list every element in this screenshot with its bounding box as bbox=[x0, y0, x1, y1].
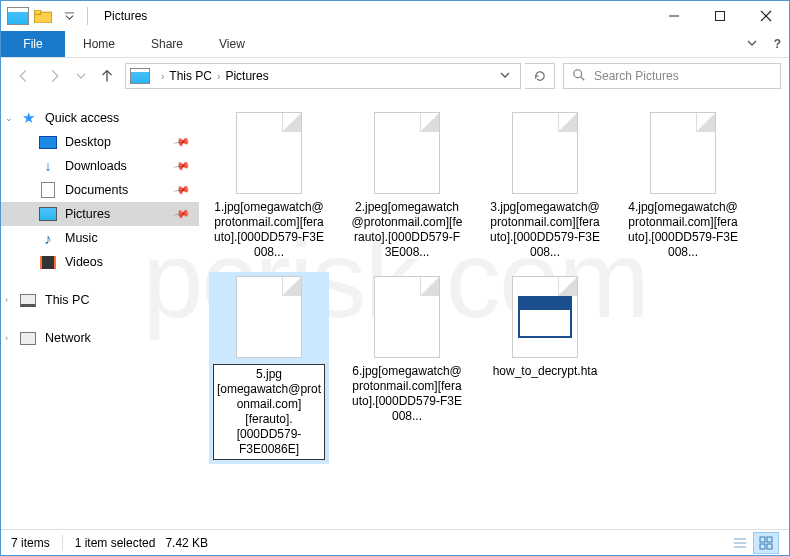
file-label: 5.jpg [omegawatch@protonmail.com] [ferau… bbox=[213, 364, 325, 460]
chevron-right-icon[interactable]: › bbox=[5, 333, 8, 343]
chevron-down-icon[interactable]: ⌄ bbox=[5, 113, 13, 123]
file-item[interactable]: 6.jpg[omegawatch@protonmail.com][ferauto… bbox=[347, 272, 467, 464]
file-item[interactable]: 2.jpeg[omegawatch@protonmail.com][feraut… bbox=[347, 108, 467, 264]
videos-icon bbox=[40, 256, 56, 269]
ribbon-expand-icon[interactable] bbox=[746, 37, 758, 52]
search-icon bbox=[572, 68, 586, 85]
file-icon bbox=[374, 276, 440, 358]
status-selected-count: 1 item selected bbox=[75, 536, 156, 550]
pin-icon: 📌 bbox=[173, 157, 192, 176]
sidebar-item-downloads[interactable]: Downloads 📌 bbox=[1, 154, 199, 178]
desktop-icon bbox=[39, 136, 57, 149]
hta-icon bbox=[512, 276, 578, 358]
star-icon: ★ bbox=[19, 110, 37, 126]
file-tab[interactable]: File bbox=[1, 31, 65, 57]
status-selected-size: 7.42 KB bbox=[165, 536, 208, 550]
details-view-button[interactable] bbox=[727, 532, 753, 554]
file-icon bbox=[512, 112, 578, 194]
downloads-icon bbox=[39, 158, 57, 174]
network-icon bbox=[20, 332, 36, 345]
breadcrumb-current[interactable]: Pictures bbox=[225, 69, 268, 83]
status-separator bbox=[62, 535, 63, 551]
file-label: 4.jpg[omegawatch@protonmail.com][ferauto… bbox=[627, 200, 739, 260]
sidebar-network[interactable]: › Network bbox=[1, 326, 199, 350]
help-icon[interactable]: ? bbox=[774, 37, 781, 51]
titlebar-separator bbox=[87, 7, 88, 25]
file-icon bbox=[650, 112, 716, 194]
qat-dropdown-btn[interactable] bbox=[57, 4, 81, 28]
sidebar-item-desktop[interactable]: Desktop 📌 bbox=[1, 130, 199, 154]
crumb-sep-icon: › bbox=[161, 71, 164, 82]
chevron-right-icon[interactable]: › bbox=[5, 295, 8, 305]
pin-icon: 📌 bbox=[173, 133, 192, 152]
file-item-selected[interactable]: 5.jpg [omegawatch@protonmail.com] [ferau… bbox=[209, 272, 329, 464]
sidebar-item-label: Music bbox=[65, 231, 98, 245]
file-item[interactable]: how_to_decrypt.hta bbox=[485, 272, 605, 464]
breadcrumb-root[interactable]: This PC bbox=[169, 69, 212, 83]
file-icon bbox=[374, 112, 440, 194]
svg-rect-4 bbox=[716, 12, 725, 21]
up-button[interactable] bbox=[93, 62, 121, 90]
address-bar[interactable]: › This PC › Pictures bbox=[125, 63, 521, 89]
pictures-icon bbox=[39, 207, 57, 221]
tab-view[interactable]: View bbox=[201, 31, 263, 57]
app-icon bbox=[7, 7, 29, 25]
tab-share[interactable]: Share bbox=[133, 31, 201, 57]
crumb-sep-icon: › bbox=[217, 71, 220, 82]
file-label: 6.jpg[omegawatch@protonmail.com][ferauto… bbox=[351, 364, 463, 424]
file-item[interactable]: 3.jpg[omegawatch@protonmail.com][ferauto… bbox=[485, 108, 605, 264]
recent-locations-button[interactable] bbox=[73, 62, 89, 90]
sidebar-item-label: Pictures bbox=[65, 207, 110, 221]
sidebar-item-documents[interactable]: Documents 📌 bbox=[1, 178, 199, 202]
address-dropdown-icon[interactable] bbox=[494, 69, 516, 83]
svg-rect-13 bbox=[767, 537, 772, 542]
sidebar-item-videos[interactable]: Videos bbox=[1, 250, 199, 274]
minimize-button[interactable] bbox=[651, 1, 697, 31]
pin-icon: 📌 bbox=[173, 181, 192, 200]
sidebar-item-label: Videos bbox=[65, 255, 103, 269]
address-bar-row: › This PC › Pictures Search Pictures bbox=[1, 58, 789, 94]
title-bar: Pictures bbox=[1, 1, 789, 31]
file-icon bbox=[236, 276, 302, 358]
search-input[interactable]: Search Pictures bbox=[563, 63, 781, 89]
documents-icon bbox=[41, 182, 55, 198]
ribbon-tabs: File Home Share View ? bbox=[1, 31, 789, 57]
sidebar-label: Quick access bbox=[45, 111, 119, 125]
forward-button[interactable] bbox=[41, 62, 69, 90]
status-item-count: 7 items bbox=[11, 536, 50, 550]
svg-rect-14 bbox=[760, 544, 765, 549]
large-icons-view-button[interactable] bbox=[753, 532, 779, 554]
svg-rect-1 bbox=[34, 10, 41, 14]
maximize-button[interactable] bbox=[697, 1, 743, 31]
search-placeholder: Search Pictures bbox=[594, 69, 679, 83]
file-item[interactable]: 4.jpg[omegawatch@protonmail.com][ferauto… bbox=[623, 108, 743, 264]
navigation-pane: ⌄ ★ Quick access Desktop 📌 Downloads 📌 D… bbox=[1, 94, 199, 530]
sidebar-item-label: Downloads bbox=[65, 159, 127, 173]
qat-folder-btn[interactable] bbox=[31, 4, 55, 28]
sidebar-item-pictures[interactable]: Pictures 📌 bbox=[1, 202, 199, 226]
file-label: 3.jpg[omegawatch@protonmail.com][ferauto… bbox=[489, 200, 601, 260]
svg-point-7 bbox=[574, 69, 582, 77]
window-title: Pictures bbox=[104, 9, 147, 23]
tab-home[interactable]: Home bbox=[65, 31, 133, 57]
status-bar: 7 items 1 item selected 7.42 KB bbox=[1, 529, 789, 555]
file-label: 1.jpg[omegawatch@protonmail.com][ferauto… bbox=[213, 200, 325, 260]
sidebar-item-music[interactable]: Music bbox=[1, 226, 199, 250]
sidebar-item-label: Documents bbox=[65, 183, 128, 197]
sidebar-label: Network bbox=[45, 331, 91, 345]
file-list[interactable]: 1.jpg[omegawatch@protonmail.com][ferauto… bbox=[199, 94, 789, 530]
svg-rect-12 bbox=[760, 537, 765, 542]
file-label: how_to_decrypt.hta bbox=[493, 364, 598, 379]
file-icon bbox=[236, 112, 302, 194]
svg-rect-15 bbox=[767, 544, 772, 549]
location-icon bbox=[130, 68, 150, 84]
refresh-button[interactable] bbox=[525, 63, 555, 89]
sidebar-label: This PC bbox=[45, 293, 89, 307]
sidebar-this-pc[interactable]: › This PC bbox=[1, 288, 199, 312]
file-item[interactable]: 1.jpg[omegawatch@protonmail.com][ferauto… bbox=[209, 108, 329, 264]
sidebar-quick-access[interactable]: ⌄ ★ Quick access bbox=[1, 106, 199, 130]
back-button[interactable] bbox=[9, 62, 37, 90]
pin-icon: 📌 bbox=[173, 205, 192, 224]
close-button[interactable] bbox=[743, 1, 789, 31]
pc-icon bbox=[20, 294, 36, 307]
